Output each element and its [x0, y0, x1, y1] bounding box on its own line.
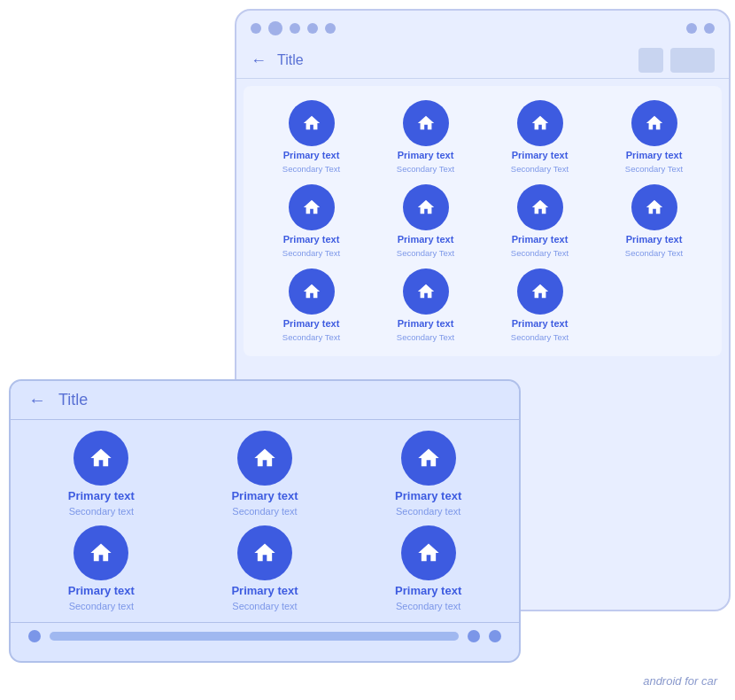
tablet-grid-icon-2	[237, 431, 292, 486]
grid-item-5[interactable]: Primary text Secondary Text	[258, 184, 365, 258]
tablet-grid-item-3[interactable]: Primary text Secondary text	[355, 431, 501, 517]
grid-icon-5	[289, 184, 335, 230]
grid-item-8[interactable]: Primary text Secondary Text	[600, 184, 708, 258]
phone-title: Title	[277, 52, 631, 68]
grid-primary-5: Primary text	[283, 234, 340, 245]
grid-icon-6	[403, 184, 449, 230]
grid-secondary-1: Secondary Text	[282, 164, 340, 174]
phone-toolbar: ← Title	[236, 43, 729, 79]
status-dot-1	[251, 23, 261, 34]
tablet-grid-primary-1: Primary text	[68, 489, 135, 502]
grid-icon-7	[517, 184, 563, 230]
tab-dot-2	[468, 630, 480, 642]
grid-secondary-3: Secondary Text	[511, 164, 569, 174]
tablet-grid-item-5[interactable]: Primary text Secondary text	[192, 525, 338, 611]
grid-icon-8	[631, 184, 677, 230]
tablet-grid-content: Primary text Secondary text Primary text…	[11, 420, 519, 622]
tablet-grid-primary-5: Primary text	[231, 584, 298, 597]
grid-icon-2	[403, 100, 449, 146]
grid-item-1[interactable]: Primary text Secondary Text	[258, 100, 365, 174]
tablet-grid-icon-1	[74, 431, 128, 486]
tablet-grid-secondary-4: Secondary text	[69, 601, 134, 611]
grid-icon-1	[289, 100, 335, 146]
tablet-grid-icon-4	[74, 525, 128, 580]
tablet-grid-secondary-2: Secondary text	[232, 506, 297, 517]
android-label: android for car	[643, 674, 717, 688]
grid-secondary-8: Secondary Text	[625, 248, 683, 258]
status-dot-5	[325, 23, 336, 34]
status-dot-3	[290, 23, 300, 34]
grid-icon-11	[517, 268, 563, 315]
grid-secondary-11: Secondary Text	[511, 332, 569, 342]
tablet-grid-icon-6	[401, 525, 456, 580]
grid-icon-10	[403, 268, 449, 315]
grid-primary-3: Primary text	[512, 150, 569, 160]
tablet-grid-item-4[interactable]: Primary text Secondary text	[28, 525, 174, 611]
status-dot-right-2	[704, 23, 715, 34]
grid-primary-2: Primary text	[398, 150, 454, 160]
tablet-back-arrow-icon[interactable]: ←	[28, 390, 46, 410]
grid-icon-3	[517, 100, 563, 146]
grid-item-2[interactable]: Primary text Secondary Text	[372, 100, 479, 174]
phone-status-bar	[236, 11, 729, 43]
tablet-grid-icon-3	[401, 431, 456, 486]
tablet-grid-item-2[interactable]: Primary text Secondary text	[192, 431, 338, 517]
grid-secondary-4: Secondary Text	[625, 164, 683, 174]
tablet-bottom-bar	[11, 622, 519, 649]
grid-secondary-10: Secondary Text	[397, 332, 454, 342]
tablet-frame: ← Title Primary text Secondary text Prim…	[9, 379, 521, 663]
tablet-grid-icon-5	[237, 525, 292, 580]
grid-secondary-9: Secondary Text	[282, 332, 340, 342]
tab-dot-1	[28, 630, 41, 642]
grid-item-11[interactable]: Primary text Secondary Text	[486, 268, 593, 342]
tab-bar-fill[interactable]	[50, 632, 459, 641]
tablet-grid-item-1[interactable]: Primary text Secondary text	[28, 431, 174, 517]
grid-item-9[interactable]: Primary text Secondary Text	[258, 268, 365, 342]
tablet-grid-primary-6: Primary text	[395, 584, 461, 597]
status-dot-2	[268, 21, 282, 35]
grid-item-10[interactable]: Primary text Secondary Text	[372, 268, 479, 342]
tablet-grid-secondary-3: Secondary text	[396, 506, 460, 517]
grid-primary-11: Primary text	[512, 318, 569, 329]
grid-primary-10: Primary text	[398, 318, 454, 329]
back-arrow-icon[interactable]: ←	[251, 51, 267, 70]
tablet-title: Title	[58, 391, 88, 409]
grid-primary-9: Primary text	[283, 318, 340, 329]
grid-icon-4	[631, 100, 677, 146]
toolbar-icon-rect[interactable]	[670, 48, 715, 73]
grid-item-6[interactable]: Primary text Secondary Text	[372, 184, 479, 258]
grid-primary-4: Primary text	[626, 150, 683, 160]
toolbar-icon-square[interactable]	[638, 48, 663, 73]
grid-secondary-7: Secondary Text	[511, 248, 569, 258]
phone-grid-content: Primary text Secondary Text Primary text…	[244, 86, 722, 356]
status-dot-right-1	[686, 23, 697, 34]
tablet-toolbar: ← Title	[11, 381, 519, 420]
grid-item-7[interactable]: Primary text Secondary Text	[486, 184, 593, 258]
grid-item-3[interactable]: Primary text Secondary Text	[486, 100, 593, 174]
tablet-grid-secondary-5: Secondary text	[232, 601, 297, 611]
tablet-grid-item-6[interactable]: Primary text Secondary text	[355, 525, 501, 611]
tablet-grid-primary-4: Primary text	[68, 584, 135, 597]
grid-primary-8: Primary text	[626, 234, 683, 245]
grid-primary-1: Primary text	[283, 150, 340, 160]
grid-primary-6: Primary text	[398, 234, 454, 245]
tab-dot-3	[489, 630, 501, 642]
tablet-grid-secondary-6: Secondary text	[396, 601, 460, 611]
grid-primary-7: Primary text	[512, 234, 569, 245]
tablet-grid-primary-2: Primary text	[231, 489, 298, 502]
tablet-grid-primary-3: Primary text	[395, 489, 461, 502]
grid-icon-9	[289, 268, 335, 315]
grid-secondary-6: Secondary Text	[397, 248, 454, 258]
grid-secondary-2: Secondary Text	[397, 164, 454, 174]
grid-item-4[interactable]: Primary text Secondary Text	[600, 100, 708, 174]
grid-secondary-5: Secondary Text	[282, 248, 340, 258]
status-dot-4	[307, 23, 318, 34]
tablet-grid-secondary-1: Secondary text	[69, 506, 134, 517]
grid-empty-slot	[600, 268, 708, 342]
